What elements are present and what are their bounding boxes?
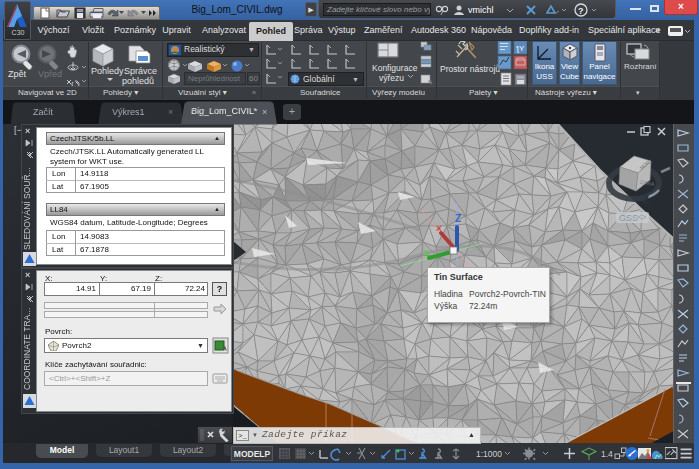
svg-text:Konfigurace: Konfigurace bbox=[372, 63, 418, 73]
svg-text:ƪY: ƪY bbox=[516, 44, 525, 53]
svg-text:×: × bbox=[436, 223, 442, 234]
svg-text:GSS: GSS bbox=[619, 213, 638, 223]
svg-text:pohledů: pohledů bbox=[122, 76, 154, 86]
svg-text:vmichl: vmichl bbox=[468, 5, 494, 15]
svg-text:Z: Z bbox=[455, 213, 461, 224]
svg-text:1:1000: 1:1000 bbox=[476, 449, 502, 459]
svg-text:?: ? bbox=[578, 6, 584, 16]
svg-text:Vpřed: Vpřed bbox=[38, 69, 62, 79]
svg-text:Prostor nástrojů: Prostor nástrojů bbox=[440, 64, 500, 74]
svg-text:výřezu: výřezu bbox=[379, 73, 404, 83]
svg-text:1.4: 1.4 bbox=[601, 449, 613, 459]
svg-text:Pohledy: Pohledy bbox=[91, 66, 124, 76]
svg-text:Zpět: Zpět bbox=[8, 69, 27, 79]
svg-text:Správce: Správce bbox=[124, 66, 157, 76]
svg-text:Z: Z bbox=[643, 194, 649, 205]
